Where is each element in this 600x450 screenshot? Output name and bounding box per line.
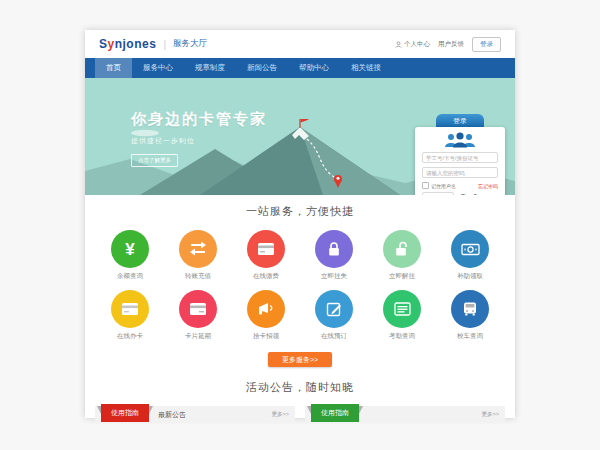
- card-icon: [189, 302, 207, 316]
- more-services-button[interactable]: 更多服务>>: [268, 352, 332, 367]
- announcements-section: 活动公告，随时知晓 使用指南 最新公告 更多>> 使用指南 更多>>: [85, 380, 515, 423]
- forgot-password-link[interactable]: 忘记密码: [478, 183, 498, 189]
- remember-checkbox[interactable]: [422, 182, 429, 189]
- service-balance[interactable]: ¥ 余额查询: [111, 230, 149, 281]
- service-attendance[interactable]: 考勤查询: [383, 290, 421, 341]
- service-apply-card[interactable]: 在线办卡: [111, 290, 149, 341]
- username-input[interactable]: [422, 152, 498, 163]
- user-icon: [395, 41, 402, 48]
- nav-item-service-center[interactable]: 服务中心: [132, 58, 184, 78]
- captcha-image[interactable]: Cy4p: [456, 193, 482, 196]
- divider: |: [163, 39, 166, 50]
- transfer-icon: [189, 242, 207, 256]
- services-title: 一站服务，方便快捷: [85, 204, 515, 219]
- service-report-loss[interactable]: 立即挂失: [315, 230, 353, 281]
- hero-subtitle: 提供捷径一步到位: [131, 136, 267, 146]
- announcements-title: 活动公告，随时知晓: [85, 380, 515, 395]
- nav-item-links[interactable]: 相关链接: [340, 58, 392, 78]
- users-group-icon: [442, 132, 478, 148]
- remember-label: 记住用户名: [431, 183, 456, 189]
- nav-item-home[interactable]: 首页: [95, 58, 132, 78]
- logo[interactable]: Synjones: [99, 37, 156, 51]
- main-nav: 首页 服务中心 规章制度 新闻公告 帮助中心 相关链接: [85, 58, 515, 78]
- user-feedback-link[interactable]: 用户反馈: [438, 40, 464, 49]
- password-input[interactable]: [422, 167, 498, 178]
- service-subsidy[interactable]: 补助领取: [451, 230, 489, 281]
- nav-item-news[interactable]: 新闻公告: [236, 58, 288, 78]
- service-transfer[interactable]: 转账充值: [179, 230, 217, 281]
- latest-announcements-label: 最新公告: [158, 410, 186, 420]
- services-grid: ¥ 余额查询 转账充值: [96, 230, 504, 341]
- change-captcha-link[interactable]: 换一张: [485, 195, 500, 196]
- usage-guide-tab-red[interactable]: 使用指南: [101, 404, 149, 422]
- page-container: Synjones | 服务大厅 个人中心 用户反馈 登录 首页 服务中心 规章制…: [85, 30, 515, 418]
- site-name: 服务大厅: [173, 38, 207, 50]
- top-header: Synjones | 服务大厅 个人中心 用户反馈 登录: [85, 30, 515, 58]
- service-online-booking[interactable]: 在线预订: [315, 290, 353, 341]
- captcha-input[interactable]: [422, 192, 454, 195]
- card-icon: [121, 302, 139, 316]
- service-online-payment[interactable]: 在线缴费: [247, 230, 285, 281]
- service-lost-found[interactable]: 拾卡招领: [247, 290, 285, 341]
- service-card-extension[interactable]: 卡片延期: [179, 290, 217, 341]
- announcements-panel-left: 使用指南 最新公告 更多>>: [95, 406, 295, 423]
- more-link-left[interactable]: 更多>>: [272, 411, 289, 418]
- services-section: 一站服务，方便快捷 ¥ 余额查询 转账充值: [85, 195, 515, 367]
- more-link-right[interactable]: 更多>>: [482, 411, 499, 418]
- hero-cta-button[interactable]: 点击了解更多: [131, 154, 178, 167]
- login-panel: 登录 记住用户名 忘记密码 Cy4p 换一张: [415, 114, 505, 195]
- announcements-panel-right: 使用指南 更多>>: [305, 406, 505, 423]
- list-icon: [394, 302, 411, 316]
- personal-center-link[interactable]: 个人中心: [395, 40, 430, 49]
- yen-icon: ¥: [125, 241, 134, 258]
- login-tab[interactable]: 登录: [436, 114, 484, 127]
- hero-banner: 你身边的卡管专家 提供捷径一步到位 点击了解更多 登录: [85, 78, 515, 195]
- service-unfreeze[interactable]: 立即解挂: [383, 230, 421, 281]
- service-school-bus[interactable]: 校车查询: [451, 290, 489, 341]
- megaphone-icon: [257, 301, 275, 317]
- hero-title: 你身边的卡管专家: [131, 110, 267, 129]
- nav-item-regulations[interactable]: 规章制度: [184, 58, 236, 78]
- card-icon: [257, 242, 275, 256]
- banknote-icon: [461, 243, 480, 256]
- edit-icon: [326, 301, 342, 317]
- usage-guide-tab-green[interactable]: 使用指南: [311, 404, 359, 422]
- header-login-button[interactable]: 登录: [472, 37, 501, 52]
- lock-icon: [327, 241, 341, 257]
- unlock-icon: [394, 241, 410, 257]
- nav-item-help-center[interactable]: 帮助中心: [288, 58, 340, 78]
- bus-icon: [462, 301, 478, 317]
